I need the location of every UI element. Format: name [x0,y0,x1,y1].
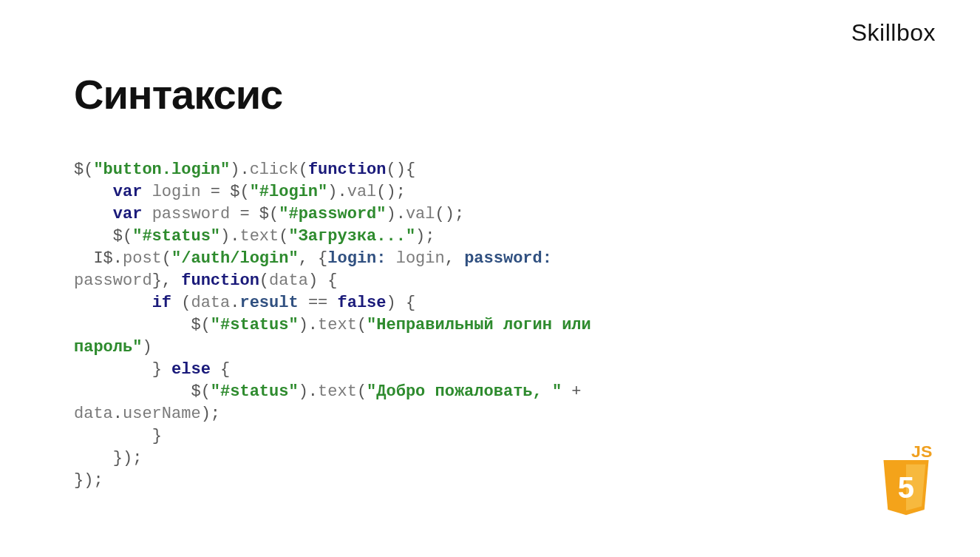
js-label: JS [911,442,940,462]
svg-text:5: 5 [898,471,914,504]
js-badge: JS 5 [873,442,939,516]
html5-shield-icon: 5 [877,460,936,519]
brand-logo: Skillbox [851,19,936,47]
slide-title: Синтаксис [74,70,282,118]
code-block: $("button.login").click(function(){ var … [74,159,591,492]
